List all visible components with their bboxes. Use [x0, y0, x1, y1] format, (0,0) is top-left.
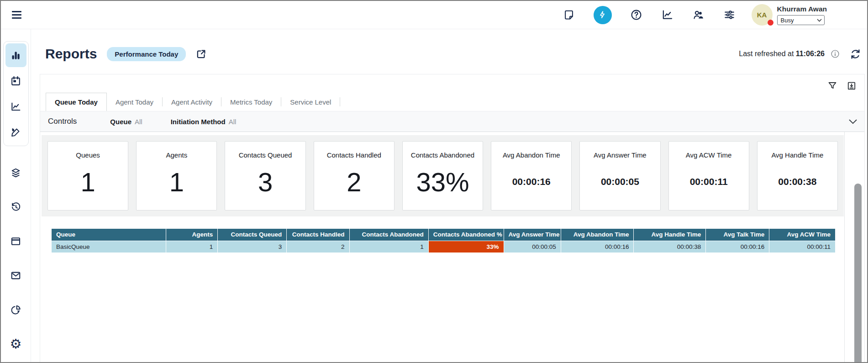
- notepad-icon[interactable]: [563, 9, 575, 21]
- column-header-contacts-abandoned[interactable]: Contacts Abandoned: [349, 229, 428, 241]
- pie-chart-icon: [10, 304, 21, 316]
- report-tabs: Queue Today Agent Today Agent Activity M…: [40, 93, 864, 111]
- cell-avg-answer-time: 00:00:05: [504, 241, 561, 253]
- tab-agent-today[interactable]: Agent Today: [107, 93, 162, 111]
- kpi-card-avg-acw-time: Avg ACW Time 00:00:11: [668, 141, 749, 210]
- flash-icon[interactable]: [594, 6, 612, 24]
- layers-icon: [10, 167, 21, 179]
- cell-queue: BasicQueue: [52, 241, 166, 253]
- sidebar-item-historical-metrics[interactable]: [5, 95, 26, 118]
- scrollbar[interactable]: [851, 132, 864, 362]
- sidebar-item-window[interactable]: [10, 236, 21, 247]
- design-icon: [10, 126, 21, 138]
- kpi-card-contacts-queued: Contacts Queued 3: [225, 141, 305, 210]
- avatar[interactable]: KA: [752, 4, 773, 26]
- chevron-down-icon: [817, 19, 822, 22]
- sidebar-item-settings[interactable]: ⚙: [10, 338, 22, 350]
- report-content: Queues 1 Agents 1 Contacts Queued 3: [40, 132, 864, 362]
- column-header-avg-abandon-time[interactable]: Avg Abandon Time: [561, 229, 634, 241]
- column-header-avg-talk-time[interactable]: Avg Talk Time: [706, 229, 769, 241]
- column-header-queue[interactable]: Queue: [52, 229, 166, 241]
- kpi-card-queues: Queues 1: [47, 141, 128, 210]
- kpi-card-avg-handle-time: Avg Handle Time 00:00:38: [757, 141, 838, 210]
- sidebar-item-layers[interactable]: [10, 167, 21, 179]
- refresh-icon[interactable]: [849, 48, 862, 60]
- column-header-contacts-handled[interactable]: Contacts Handled: [287, 229, 349, 241]
- table-row[interactable]: BasicQueue 1 3 2 1 33% 00:00:05 00:00:16: [52, 241, 835, 253]
- calendar-icon: [10, 75, 21, 87]
- filter-initiation-method[interactable]: Initiation MethodAll: [171, 118, 237, 126]
- column-header-contacts-abandoned-pct[interactable]: Contacts Abandoned %: [428, 229, 504, 241]
- column-header-contacts-queued[interactable]: Contacts Queued: [218, 229, 287, 241]
- sidebar-item-design[interactable]: [5, 120, 26, 144]
- metrics-icon[interactable]: [661, 9, 674, 21]
- status-value: Busy: [781, 17, 794, 24]
- sidebar-primary-group: [3, 41, 29, 146]
- column-header-avg-answer-time[interactable]: Avg Answer Time: [504, 229, 561, 241]
- history-icon: [10, 201, 21, 213]
- avatar-initials: KA: [757, 11, 767, 19]
- mail-icon: [10, 270, 21, 281]
- external-link-icon[interactable]: [195, 48, 207, 60]
- cell-contacts-abandoned: 1: [349, 241, 428, 253]
- help-icon[interactable]: [630, 9, 643, 21]
- tab-divider: [340, 97, 340, 106]
- cell-agents: 1: [166, 241, 218, 253]
- kpi-card-contacts-handled: Contacts Handled 2: [314, 141, 395, 210]
- download-icon[interactable]: [846, 80, 857, 91]
- user-profile: KA Khurram Awan Busy: [752, 4, 827, 26]
- sidebar: ⚙: [1, 29, 31, 362]
- topbar-right: KA Khurram Awan Busy: [563, 4, 867, 26]
- controls-bar: Controls QueueAll Initiation MethodAll: [40, 111, 864, 132]
- queue-metrics-table: Queue Agents Contacts Queued Contacts Ha…: [52, 229, 835, 253]
- tab-queue-today[interactable]: Queue Today: [46, 93, 107, 111]
- table-header-row: Queue Agents Contacts Queued Contacts Ha…: [52, 229, 835, 241]
- status-select[interactable]: Busy: [777, 15, 825, 25]
- sidebar-item-history[interactable]: [10, 201, 21, 213]
- page-title: Reports: [45, 46, 97, 62]
- cell-contacts-queued: 3: [218, 241, 287, 253]
- kpi-card-contacts-abandoned: Contacts Abandoned 33%: [402, 141, 483, 210]
- tab-service-level[interactable]: Service Level: [281, 93, 340, 111]
- page-header: Reports Performance Today Last refreshed…: [31, 29, 867, 74]
- sidebar-item-pie-report[interactable]: [10, 304, 21, 316]
- users-icon[interactable]: [692, 9, 705, 21]
- sidebar-item-calendar[interactable]: [5, 69, 26, 93]
- column-header-avg-handle-time[interactable]: Avg Handle Time: [634, 229, 706, 241]
- cell-contacts-handled: 2: [287, 241, 349, 253]
- column-header-avg-acw-time[interactable]: Avg ACW Time: [769, 229, 835, 241]
- column-header-agents[interactable]: Agents: [166, 229, 218, 241]
- filter-icon[interactable]: [827, 80, 838, 91]
- user-name: Khurram Awan: [777, 4, 827, 13]
- cell-avg-handle-time: 00:00:38: [634, 241, 706, 253]
- sidebar-item-realtime-metrics[interactable]: [5, 43, 26, 67]
- cell-avg-abandon-time: 00:00:16: [561, 241, 634, 253]
- sidebar-item-mail[interactable]: [10, 270, 21, 281]
- settings-icon: ⚙: [10, 337, 22, 351]
- sidebar-secondary-group: ⚙: [10, 167, 22, 350]
- line-chart-icon: [10, 101, 21, 112]
- tab-agent-activity[interactable]: Agent Activity: [163, 93, 221, 111]
- kpi-cards: Queues 1 Agents 1 Contacts Queued 3: [42, 135, 844, 216]
- info-icon[interactable]: [830, 49, 840, 59]
- chevron-down-icon[interactable]: [849, 119, 857, 124]
- report-badge: Performance Today: [107, 47, 186, 61]
- status-dot: [768, 20, 773, 26]
- report-panel: Queue Today Agent Today Agent Activity M…: [40, 74, 865, 362]
- cell-avg-talk-time: 00:00:16: [706, 241, 769, 253]
- menu-icon[interactable]: [12, 11, 21, 19]
- panel-tools: [40, 74, 864, 92]
- app-window: KA Khurram Awan Busy: [0, 0, 868, 363]
- window-icon: [10, 236, 21, 247]
- cell-avg-acw-time: 00:00:11: [769, 241, 835, 253]
- kpi-card-avg-abandon-time: Avg Abandon Time 00:00:16: [491, 141, 572, 210]
- tab-metrics-today[interactable]: Metrics Today: [221, 93, 281, 111]
- last-refreshed-text: Last refreshed at 11:06:26: [739, 50, 825, 58]
- top-navigation-bar: KA Khurram Awan Busy: [1, 1, 867, 29]
- kpi-card-avg-answer-time: Avg Answer Time 00:00:05: [579, 141, 660, 210]
- cell-contacts-abandoned-pct: 33%: [428, 241, 504, 253]
- kpi-card-agents: Agents 1: [136, 141, 217, 210]
- sliders-icon[interactable]: [723, 9, 736, 21]
- filter-queue[interactable]: QueueAll: [110, 118, 142, 126]
- scrollbar-thumb[interactable]: [854, 184, 862, 362]
